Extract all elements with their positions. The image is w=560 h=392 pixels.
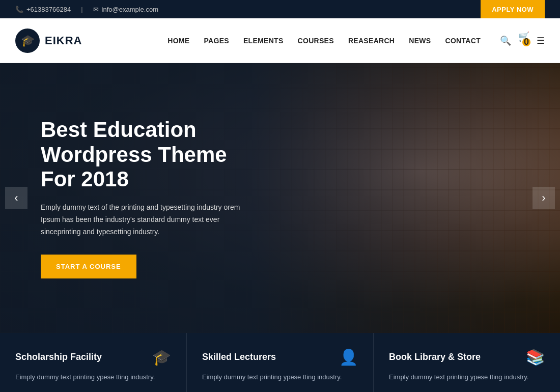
hero-prev-button[interactable]: ‹ xyxy=(5,187,27,209)
cart-icon[interactable]: 🛒 0 xyxy=(518,31,529,50)
hero-section: ‹ Best Education Wordpress Theme For 201… xyxy=(0,63,560,333)
feature-library-header: Book Library & Store 📚 xyxy=(389,348,545,366)
books-icon: 📚 xyxy=(526,348,545,366)
nav-elements[interactable]: ELEMENTS xyxy=(243,37,284,45)
hero-content: Best Education Wordpress Theme For 2018 … xyxy=(0,87,285,309)
start-course-button[interactable]: START A COURSE xyxy=(41,255,136,278)
phone-number: +61383766284 xyxy=(26,6,71,13)
feature-library-title: Book Library & Store xyxy=(389,352,481,362)
nav-pages[interactable]: PAGES xyxy=(204,37,229,45)
nav-icons: 🔍 🛒 0 ☰ xyxy=(500,31,545,50)
email-info: ✉ info@example.com xyxy=(93,6,158,13)
header: 🎓 EIKRA HOME PAGES ELEMENTS COURSES REAS… xyxy=(0,18,560,63)
feature-library: Book Library & Store 📚 Eimply dummy text… xyxy=(374,333,560,392)
hero-title: Best Education Wordpress Theme For 2018 xyxy=(41,118,244,191)
nav-home[interactable]: HOME xyxy=(167,37,189,45)
features-bar: Scholarship Facility 🎓 Eimply dummy text… xyxy=(0,333,560,392)
hero-description: Emply dummy text of the printing and typ… xyxy=(41,202,244,238)
person-icon: 👤 xyxy=(339,348,358,366)
feature-lecturers-header: Skilled Lecturers 👤 xyxy=(202,348,358,366)
menu-icon[interactable]: ☰ xyxy=(537,35,545,46)
top-bar-left: 📞 +61383766284 | ✉ info@example.com xyxy=(15,6,158,13)
feature-lecturers-title: Skilled Lecturers xyxy=(202,352,276,362)
graduation-cap-icon: 🎓 xyxy=(21,34,35,47)
divider: | xyxy=(81,6,82,13)
logo-icon: 🎓 xyxy=(15,29,40,53)
hero-next-button[interactable]: › xyxy=(533,187,555,209)
logo-text: EIKRA xyxy=(45,34,82,47)
nav-research[interactable]: REASEARCH xyxy=(348,37,395,45)
feature-scholarship-desc: Eimply dummy text printing ypese tting i… xyxy=(15,372,171,383)
email-icon: ✉ xyxy=(93,6,99,13)
phone-info: 📞 +61383766284 xyxy=(15,6,71,13)
top-bar: 📞 +61383766284 | ✉ info@example.com APPL… xyxy=(0,0,560,18)
apply-button[interactable]: APPLY NOW xyxy=(481,0,545,18)
feature-scholarship-header: Scholarship Facility 🎓 xyxy=(15,348,171,366)
nav-news[interactable]: NEWS xyxy=(409,37,431,45)
feature-library-desc: Eimply dummy text printing ypese tting i… xyxy=(389,372,545,383)
feature-lecturers: Skilled Lecturers 👤 Eimply dummy text pr… xyxy=(187,333,374,392)
graduation-cap-icon: 🎓 xyxy=(152,348,171,366)
feature-scholarship: Scholarship Facility 🎓 Eimply dummy text… xyxy=(0,333,187,392)
nav-contact[interactable]: CONTACT xyxy=(445,37,481,45)
phone-icon: 📞 xyxy=(15,6,23,13)
search-icon[interactable]: 🔍 xyxy=(500,35,511,46)
feature-scholarship-title: Scholarship Facility xyxy=(15,352,102,362)
logo[interactable]: 🎓 EIKRA xyxy=(15,29,82,53)
feature-lecturers-desc: Eimply dummy text printing ypese tting i… xyxy=(202,372,358,383)
nav-courses[interactable]: COURSES xyxy=(298,37,334,45)
email-address: info@example.com xyxy=(102,6,158,13)
main-nav: HOME PAGES ELEMENTS COURSES REASEARCH NE… xyxy=(167,31,545,50)
cart-badge: 0 xyxy=(522,38,530,46)
